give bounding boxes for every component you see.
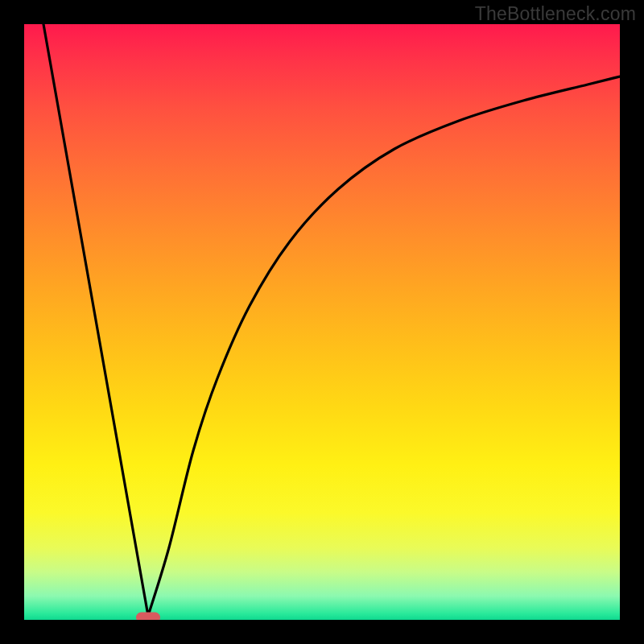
watermark-text: TheBottleneck.com <box>475 3 636 25</box>
chart-frame: TheBottleneck.com <box>0 0 644 644</box>
curve-path <box>43 24 620 616</box>
valley-marker <box>136 613 160 621</box>
plot-area <box>24 24 620 620</box>
chart-curve <box>24 24 620 620</box>
